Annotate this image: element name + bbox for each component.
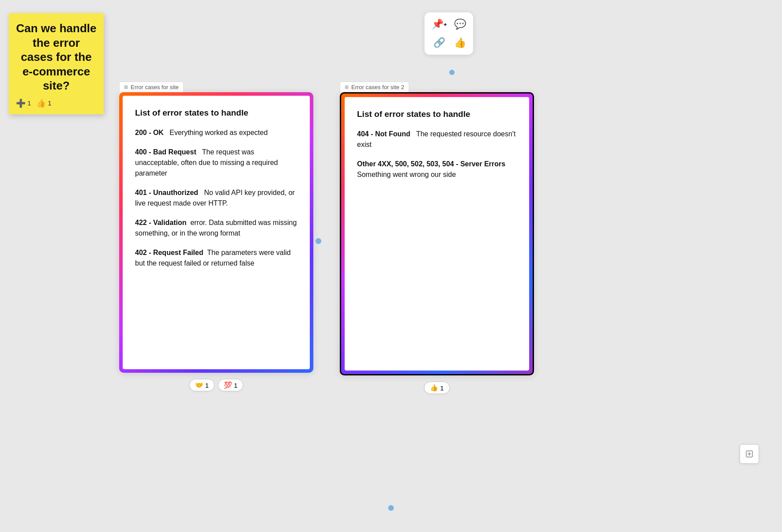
card2-side-dot <box>316 238 321 244</box>
error-item-402: 402 - Request Failed The parameters were… <box>135 247 297 269</box>
card2-title: List of error states to handle <box>357 109 517 119</box>
card1-reaction-count-1: 1 <box>205 382 209 389</box>
error-desc-4xx: Something went wrong our side <box>357 171 456 178</box>
add-reaction-button[interactable]: ➕ 1 <box>16 98 31 108</box>
error-item-404: 404 - Not Found The requested resource d… <box>357 129 517 150</box>
link-icon: 🔗 <box>433 37 445 49</box>
card1-reaction-100[interactable]: 💯 1 <box>218 379 243 391</box>
error-item-200: 200 - OK Everything worked as expected <box>135 127 297 138</box>
thumbsup-count: 1 <box>48 99 51 107</box>
toolbar: 📌+ 💬 🔗 👍 <box>425 12 473 55</box>
card2-wrapper: ⊞ Error cases for site 2 List of error s… <box>340 82 534 394</box>
card2-thumbsup-icon: 👍 <box>430 384 438 392</box>
thumbsup-reaction-button[interactable]: 👍 1 <box>36 98 51 108</box>
card2-label: Error cases for site 2 <box>351 84 404 90</box>
card2-frame: List of error states to handle 404 - Not… <box>340 92 534 375</box>
thumbsup-toolbar-button[interactable]: 👍 <box>452 35 468 50</box>
bottom-dot <box>388 505 394 511</box>
card1-wrapper: ⊞ Error cases for site List of error sta… <box>119 82 313 394</box>
error-item-422: 422 - Validation error. Data submitted w… <box>135 217 297 239</box>
comment-button[interactable]: 💬 <box>452 17 468 32</box>
card1-label-bar: ⊞ Error cases for site <box>119 82 184 92</box>
card1-reaction-handshake[interactable]: 🤝 1 <box>189 379 214 391</box>
card1-label: Error cases for site <box>131 84 179 90</box>
thumbsup-toolbar-icon: 👍 <box>454 37 466 49</box>
error-code-4xx: Other 4XX, 500, 502, 503, 504 - Server E… <box>357 160 505 168</box>
card1-frame: List of error states to handle 200 - OK … <box>119 92 313 373</box>
cards-area: ⊞ Error cases for site List of error sta… <box>119 82 534 394</box>
card2-label-bar: ⊞ Error cases for site 2 <box>340 82 409 92</box>
error-code-402: 402 - Request Failed <box>135 249 203 256</box>
sticky-note-text: Can we handle the error cases for the e-… <box>16 21 97 93</box>
error-item-4xx: Other 4XX, 500, 502, 503, 504 - Server E… <box>357 159 517 180</box>
card2-inner: List of error states to handle 404 - Not… <box>345 97 529 371</box>
card1-reactions: 🤝 1 💯 1 <box>189 379 244 391</box>
hundred-icon: 💯 <box>224 381 232 389</box>
error-code-404: 404 - Not Found <box>357 130 410 138</box>
add-card-button[interactable] <box>740 444 759 464</box>
plus-label: + <box>444 21 447 28</box>
error-code-200: 200 - OK <box>135 129 164 136</box>
grid-icon-2: ⊞ <box>345 84 349 90</box>
add-count: 1 <box>27 99 31 107</box>
card2-reaction-count-1: 1 <box>440 384 444 392</box>
add-card-icon <box>745 450 753 458</box>
error-code-401: 401 - Unauthorized <box>135 189 198 196</box>
card1-title: List of error states to handle <box>135 108 297 118</box>
link-button[interactable]: 🔗 <box>430 35 449 50</box>
card2-reactions: 👍 1 <box>424 382 449 394</box>
pin-plus-button[interactable]: 📌+ <box>430 17 449 32</box>
pin-icon: 📌 <box>432 19 444 30</box>
card1-reaction-count-2: 1 <box>234 382 237 389</box>
add-card-inner <box>745 450 753 458</box>
error-item-401: 401 - Unauthorized No valid API key prov… <box>135 187 297 209</box>
handshake-icon: 🤝 <box>195 381 203 389</box>
card1-inner: List of error states to handle 200 - OK … <box>123 96 310 369</box>
grid-icon-1: ⊞ <box>124 84 128 90</box>
toolbar-dot <box>449 70 455 75</box>
card2-reaction-thumbsup[interactable]: 👍 1 <box>424 382 449 394</box>
error-code-400: 400 - Bad Request <box>135 148 196 156</box>
add-icon: ➕ <box>16 98 26 108</box>
error-desc-200: Everything worked as expected <box>169 129 267 136</box>
error-item-400: 400 - Bad Request The request was unacce… <box>135 147 297 179</box>
sticky-note: Can we handle the error cases for the e-… <box>9 13 104 114</box>
error-code-422: 422 - Validation <box>135 219 186 226</box>
sticky-note-reactions: ➕ 1 👍 1 <box>16 98 97 108</box>
comment-icon: 💬 <box>454 19 466 30</box>
thumbsup-icon: 👍 <box>36 98 46 108</box>
